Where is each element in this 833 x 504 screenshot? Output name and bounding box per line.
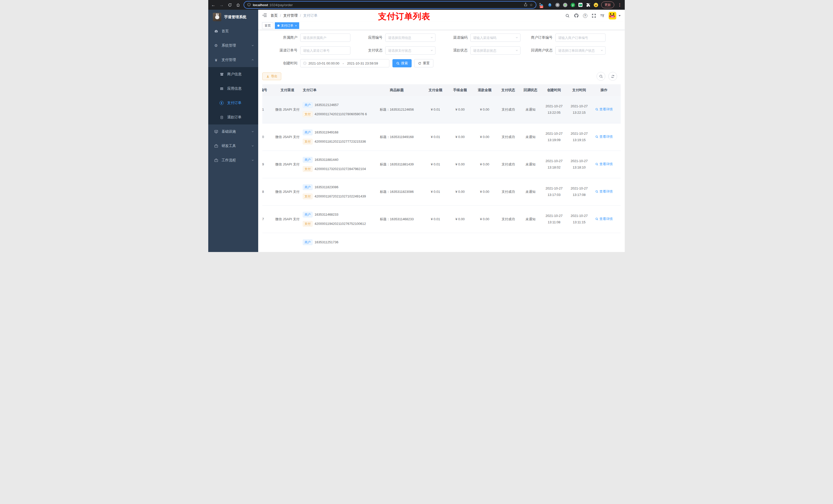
search-button[interactable]: 搜索 [392, 59, 412, 67]
date-range-picker[interactable]: 2021-10-01 00:00:00 - 2021-10-31 23:59:5… [300, 59, 389, 67]
cell-fee: ¥ 0.00 [448, 107, 472, 113]
table-row[interactable]: 20 微信 JSAPI 支付 商户1635311949168 支付4200001… [262, 123, 621, 151]
extension-dot-icon[interactable] [563, 3, 567, 7]
header-bar: 首页 / 支付管理 / 支付订单 支付订单列表 ? [258, 10, 625, 22]
sidebar-item-app-info[interactable]: 应用信息 [208, 81, 258, 96]
view-detail-link[interactable]: 查看详情 [595, 134, 613, 140]
home-icon[interactable] [235, 3, 240, 7]
breadcrumb-home[interactable]: 首页 [270, 13, 278, 18]
avatar[interactable] [609, 12, 616, 20]
view-detail-label: 查看详情 [599, 189, 613, 194]
refund-status-input[interactable] [473, 49, 518, 52]
sidebar-item-home[interactable]: 首页 [208, 24, 258, 39]
reset-button[interactable]: 重置 [414, 59, 433, 67]
sidebar-item-pay-order[interactable]: ¥ 支付订单 [208, 96, 258, 110]
merchant-input[interactable] [303, 36, 348, 40]
cell-notify: 未通知 [520, 107, 542, 113]
sidebar-item-dev-tools[interactable]: 研发工具 [208, 139, 258, 153]
table-row[interactable]: 21 微信 JSAPI 支付 商户1635312124657 支付4200001… [262, 96, 621, 123]
address-bar[interactable]: localhost :1024/pay/order ☆ [244, 1, 537, 9]
app-input[interactable] [388, 36, 433, 40]
table-toolbar: 导出 [262, 72, 621, 81]
merchant-order-input[interactable] [558, 36, 603, 40]
search-icon[interactable] [565, 14, 570, 18]
url-path: :1024/pay/order [268, 3, 293, 7]
extension-balloon-icon[interactable] [547, 3, 552, 7]
view-detail-link[interactable]: 查看详情 [595, 106, 613, 112]
sidebar-item-label: 首页 [221, 29, 229, 33]
view-detail-link[interactable]: 查看详情 [595, 189, 613, 194]
orders-table: 编号 支付渠道 支付订单 商品标题 支付金额 手续金额 退款金额 支付状态 回调… [262, 84, 621, 252]
site-info-icon[interactable] [247, 3, 251, 7]
yen-icon: ¥ [214, 58, 218, 62]
channel-code-input[interactable] [473, 36, 518, 40]
extension-diamond-icon[interactable]: ◆10 [540, 3, 544, 7]
export-button-label: 导出 [271, 74, 278, 79]
sidebar-item-label: 商户信息 [227, 72, 241, 77]
sidebar-item-system[interactable]: ⚙ 系统管理 [208, 39, 258, 53]
sidebar-item-payment[interactable]: ¥ 支付管理 [208, 53, 258, 67]
channel-order-input[interactable] [303, 49, 348, 52]
profile-emoji-icon[interactable] [594, 3, 598, 7]
view-detail-link[interactable]: 查看详情 [595, 161, 613, 167]
refund-status-select[interactable] [470, 46, 521, 54]
table-settings [597, 72, 621, 81]
field-pay-status: 支付状态 [358, 46, 443, 54]
extension-badge: 10 [540, 6, 543, 8]
avatar-caret-icon[interactable] [619, 15, 621, 16]
forward-icon[interactable]: → [219, 3, 224, 7]
bookmark-star-icon[interactable]: ☆ [529, 3, 533, 7]
table-row[interactable]: 17 微信 JSAPI 支付 商户1635311468233 支付4200001… [262, 206, 621, 233]
briefcase-icon [214, 158, 218, 162]
extension-y-icon[interactable]: y [571, 3, 575, 7]
github-icon[interactable] [574, 13, 579, 18]
extension-command-icon[interactable]: ⌘ [555, 3, 560, 7]
tab-home[interactable]: 首页 [262, 22, 273, 29]
export-button[interactable]: 导出 [262, 72, 281, 80]
browser-update-button[interactable]: 更新 [601, 2, 614, 8]
help-icon[interactable]: ? [583, 14, 587, 18]
tab-pay-order[interactable]: 支付订单 × [275, 22, 299, 29]
sidebar-logo-row[interactable]: 芋道管理系统 [208, 10, 258, 24]
cell-action: 查看详情 [592, 106, 616, 113]
merchant-select[interactable] [300, 33, 351, 42]
cell-refund: ¥ 0.00 [472, 189, 497, 195]
table-row[interactable]: 商户1635311251736 [262, 233, 621, 252]
cell-amount: ¥ 0.01 [423, 107, 448, 113]
pay-status-input[interactable] [388, 49, 433, 52]
browser-menu-icon[interactable]: ⋮ [617, 3, 622, 7]
channel-code-select[interactable] [470, 33, 521, 42]
extensions-puzzle-icon[interactable] [586, 3, 590, 7]
refresh-icon[interactable] [609, 72, 617, 81]
pay-status-select[interactable] [385, 46, 435, 54]
show-search-icon[interactable] [597, 72, 605, 81]
table-row[interactable]: 18 微信 JSAPI 支付 商户1635311823086 支付4200001… [262, 178, 621, 206]
close-icon[interactable]: × [295, 24, 296, 27]
share-icon[interactable] [524, 3, 527, 7]
callback-status-input[interactable] [558, 49, 603, 52]
breadcrumb-section[interactable]: 支付管理 [283, 13, 298, 18]
cell-refund: ¥ 0.00 [472, 216, 497, 222]
pay-tag: 支付 [303, 139, 312, 144]
table-header-row: 编号 支付渠道 支付订单 商品标题 支付金额 手续金额 退款金额 支付状态 回调… [262, 84, 621, 96]
field-callback-status: 回调商户状态 [528, 46, 613, 54]
fullscreen-icon[interactable] [592, 14, 596, 18]
back-icon[interactable]: ← [211, 3, 216, 7]
font-size-icon[interactable]: TT [600, 14, 604, 18]
field-label: 回调商户状态 [528, 48, 555, 53]
merchant-order-control[interactable] [555, 33, 605, 42]
sidebar-item-merchant-info[interactable]: 商户信息 [208, 67, 258, 81]
sidebar-item-workflow[interactable]: 工作流程 [208, 153, 258, 167]
reload-icon[interactable] [227, 3, 232, 7]
table-row[interactable]: 19 微信 JSAPI 支付 商户1635311881440 支付4200001… [262, 151, 621, 178]
breadcrumb: 首页 / 支付管理 / 支付订单 [270, 13, 318, 18]
channel-order-control[interactable] [300, 46, 351, 54]
extension-chat-icon[interactable] [578, 3, 582, 7]
view-detail-link[interactable]: 查看详情 [595, 216, 613, 222]
breadcrumb-separator: / [300, 14, 301, 18]
callback-status-select[interactable] [555, 46, 605, 54]
sidebar-collapse-icon[interactable] [262, 13, 267, 18]
sidebar-item-refund-order[interactable]: 退款订单 [208, 110, 258, 124]
sidebar-item-infra[interactable]: 基础设施 [208, 124, 258, 139]
app-select[interactable] [385, 33, 435, 42]
